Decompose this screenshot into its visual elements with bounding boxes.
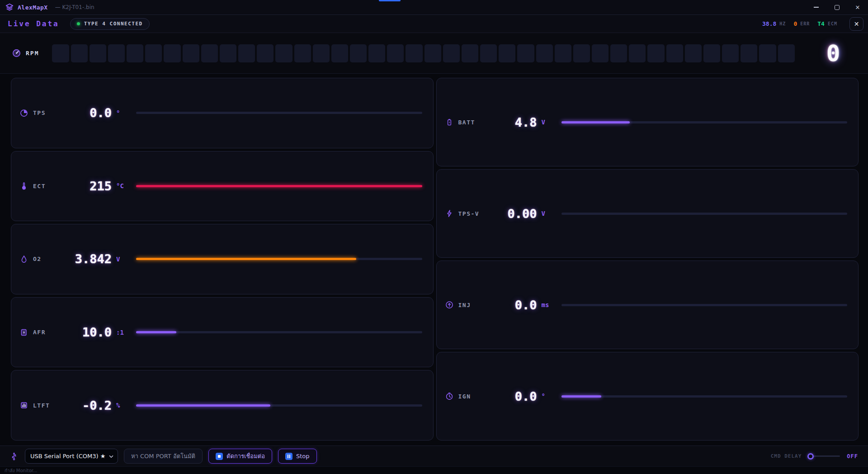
gauge-value: 0.0 [488, 389, 537, 403]
cmd-delay-value: OFF [847, 453, 858, 460]
gauge-bar-track [561, 395, 848, 398]
gauge-panel-ect: ECT 215 °C [11, 151, 434, 222]
gauge-unit: °C [116, 182, 132, 190]
rpm-segment [368, 44, 385, 62]
gauge-value: 0.0 [488, 298, 537, 312]
gauge-value: 3.842 [63, 252, 112, 266]
rpm-segment [443, 44, 460, 62]
gauge-unit: V [116, 256, 132, 263]
top-accent-bar [379, 0, 401, 1]
gauge-row: INJ 0.0 ms [437, 261, 859, 349]
gauge-panel-batt: BATT 4.8 V [436, 78, 859, 166]
gauge-label: LTFT [33, 402, 63, 409]
rpm-segment [294, 44, 311, 62]
rpm-segment [238, 44, 255, 62]
gauge-bar-track [561, 304, 848, 306]
gauge-bar-track [136, 404, 422, 407]
app-logo-icon [5, 3, 14, 11]
gauge-label: INJ [458, 302, 488, 308]
gauge-grid: TPS 0.0 ° ECT 215 °C O2 3.842 V [0, 74, 868, 446]
gauge-label: O2 [33, 256, 63, 262]
gauge-bar-track [561, 213, 848, 215]
gauge-row: AFR 10.0 :1 [11, 298, 433, 367]
gauge-unit: V [542, 210, 558, 217]
rpm-segment [275, 44, 292, 62]
rpm-segment [145, 44, 162, 62]
rpm-gauge-icon [12, 49, 21, 57]
gauge-label: TPS-V [458, 210, 488, 217]
gauge-row: BATT 4.8 V [437, 78, 859, 166]
gauge-value: 10.0 [63, 325, 112, 339]
chevron-down-icon [108, 453, 114, 460]
rpm-segment [350, 44, 367, 62]
com-port-select[interactable]: USB Serial Port (COM3) ★ [25, 449, 118, 464]
disconnect-icon [216, 453, 223, 460]
gauge-label: IGN [458, 393, 488, 400]
status-bar: กำลัง Monitor... [0, 466, 868, 474]
gauge-value: 0.0 [63, 106, 112, 120]
minimize-button[interactable] [806, 0, 826, 14]
rpm-gauge-strip: RPM 0 [0, 33, 868, 74]
rpm-segment [759, 44, 776, 62]
auto-find-com-port-label: หา COM PORT อัตโนมัติ [131, 451, 195, 461]
slider-knob[interactable] [807, 453, 814, 460]
fuel-icon [20, 328, 28, 337]
hz-label: HZ [779, 21, 786, 26]
gauge-column-right: BATT 4.8 V TPS-V 0.00 V INJ 0.0 ms [436, 78, 859, 441]
maximize-button[interactable] [826, 0, 847, 14]
window-close-button[interactable]: ✕ [847, 0, 868, 14]
rpm-segment [573, 44, 590, 62]
gauge-row: TPS-V 0.00 V [437, 170, 859, 257]
cmd-delay-label: CMD DELAY [771, 453, 802, 459]
gauge-unit: ms [542, 301, 558, 308]
rpm-segment [592, 44, 609, 62]
connected-dot-icon [77, 22, 80, 25]
gauge-bar-fill [136, 331, 176, 333]
gauge-row: LTFT -0.2 % [11, 370, 433, 440]
rpm-segment [555, 44, 571, 62]
disconnect-button[interactable]: ตัดการเชื่อมต่อ [208, 449, 272, 464]
page-title: Live Data [8, 19, 59, 28]
gauge-value: 215 [63, 179, 112, 193]
rpm-label: RPM [26, 50, 39, 57]
gauge-bar-track [136, 185, 422, 187]
gauge-bar-track [561, 121, 848, 123]
gauge-bar-fill [136, 258, 356, 260]
hz-value: 38.8 [762, 20, 776, 27]
rpm-value: 0 [807, 40, 860, 66]
gauge-unit: :1 [116, 329, 132, 336]
connection-status-badge: TYPE 4 CONNECTED [70, 18, 150, 30]
rpm-segment [220, 44, 236, 62]
droplet-icon [20, 255, 28, 263]
auto-find-com-port-button[interactable]: หา COM PORT อัตโนมัติ [124, 449, 203, 464]
live-data-close-button[interactable]: ✕ [849, 17, 863, 31]
dial-icon [20, 109, 28, 117]
bolt-icon [445, 209, 453, 218]
rpm-segment [629, 44, 646, 62]
usb-icon [10, 452, 18, 460]
window-controls: ✕ [806, 0, 868, 14]
gauge-panel-ign: IGN 0.0 ° [436, 352, 859, 441]
titlebar: AlexMapX — K2J-T01-.bin ✕ [0, 0, 868, 15]
thermometer-icon [20, 182, 28, 190]
gauge-panel-o2: O2 3.842 V [11, 224, 434, 294]
gauge-panel-tps: TPS 0.0 ° [11, 78, 434, 148]
rpm-segment [257, 44, 274, 62]
gauge-row: TPS 0.0 ° [11, 78, 433, 148]
gauge-bar-track [136, 112, 422, 114]
gauge-value: -0.2 [63, 398, 112, 412]
rpm-segment [313, 44, 330, 62]
stop-button[interactable]: Stop [278, 449, 317, 464]
gauge-panel-tpsv: TPS-V 0.00 V [436, 169, 859, 258]
gauge-panel-afr: AFR 10.0 :1 [11, 297, 434, 368]
rpm-segment [387, 44, 404, 62]
rpm-segment [536, 44, 553, 62]
cmd-delay-slider[interactable] [807, 453, 840, 460]
rpm-segment-bar [52, 44, 795, 62]
open-file-name: — K2J-T01-.bin [55, 4, 94, 10]
close-icon: ✕ [854, 20, 859, 28]
battery-icon [445, 118, 453, 126]
gauge-bar-track [136, 331, 422, 333]
rpm-segment [685, 44, 702, 62]
error-count: 0 [793, 20, 797, 27]
